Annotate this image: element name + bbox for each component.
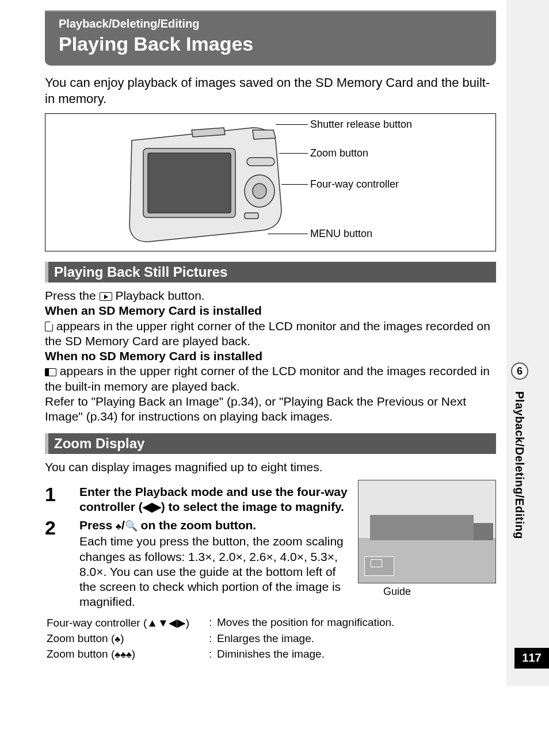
- zoomout-pre: Zoom button (: [47, 648, 115, 660]
- intro-text: You can enjoy playback of images saved o…: [45, 75, 496, 106]
- refer-text: Refer to "Playing Back an Image" (p.34),…: [45, 395, 466, 423]
- zoomout-post: ): [132, 648, 135, 660]
- zoom-figure: ▲ 🔍 2.0x ◀ ▶ ▼ Guide: [358, 480, 496, 598]
- page-title: Playing Back Images: [59, 33, 486, 55]
- internal-memory-icon: [45, 368, 56, 376]
- label-zoom: Zoom button: [310, 147, 368, 159]
- title-block: Playback/Deleting/Editing Playing Back I…: [45, 10, 496, 66]
- svg-rect-1: [148, 153, 231, 213]
- press-post: Playback button.: [112, 289, 205, 302]
- side-rail: [506, 0, 549, 686]
- nosd-heading: When no SD Memory Card is installed: [45, 349, 262, 362]
- svg-rect-5: [245, 213, 258, 219]
- step2-head: Press ♣/🔍 on the zoom button.: [79, 518, 351, 533]
- sd-text: appears in the upper right corner of the…: [45, 319, 490, 348]
- three-trees-icon: ♣♣♣: [115, 650, 132, 659]
- label-shutter: Shutter release button: [310, 119, 412, 131]
- step2-body: Each time you press the button, the zoom…: [79, 534, 344, 608]
- page: Playback/Deleting/Editing Playing Back I…: [0, 10, 506, 686]
- zoomin-post: ): [120, 632, 124, 644]
- fourway-desc: Moves the position for magnification.: [216, 616, 395, 631]
- table-row: Zoom button (♣♣♣) : Diminishes the image…: [46, 647, 395, 662]
- step2-post: on the zoom button.: [138, 518, 256, 532]
- single-tree-icon: ♣: [116, 521, 121, 531]
- single-tree-icon: ♣: [115, 634, 120, 644]
- playback-icon: [100, 292, 112, 301]
- step-number-1: 1: [45, 484, 79, 516]
- sd-heading: When an SD Memory Card is installed: [45, 304, 262, 317]
- section-body-still: Press the Playback button. When an SD Me…: [45, 288, 496, 424]
- section-heading-still: Playing Back Still Pictures: [45, 262, 496, 282]
- label-fourway: Four-way controller: [310, 178, 399, 190]
- zoom-intro: You can display images magnified up to e…: [45, 460, 496, 475]
- sd-card-icon: [45, 322, 53, 331]
- lcd-preview: ▲ 🔍 2.0x ◀ ▶ ▼: [358, 480, 496, 583]
- breadcrumb: Playback/Deleting/Editing: [59, 17, 486, 30]
- step2-pre: Press: [79, 518, 116, 532]
- svg-rect-9: [474, 523, 493, 540]
- magnify-icon: 🔍: [125, 520, 138, 532]
- guide-caption: Guide: [383, 586, 496, 598]
- table-row: Four-way controller (▲▼◀▶) : Moves the p…: [46, 616, 395, 631]
- section-heading-zoom: Zoom Display: [45, 433, 496, 454]
- svg-rect-4: [247, 158, 274, 166]
- chapter-badge: 6: [511, 362, 528, 380]
- page-number: 117: [514, 648, 549, 669]
- fourway-label: Four-way controller (▲▼◀▶): [46, 616, 207, 631]
- guide-rect: [364, 556, 394, 576]
- svg-point-3: [253, 184, 266, 198]
- zoomin-pre: Zoom button (: [47, 632, 115, 644]
- step-1: 1 Enter the Playback mode and use the fo…: [45, 484, 351, 516]
- camera-illustration: [109, 117, 293, 249]
- press-pre: Press the: [45, 289, 100, 302]
- camera-diagram: Shutter release button Zoom button Four-…: [45, 113, 496, 251]
- step-number-2: 2: [45, 518, 79, 610]
- step1-head: Enter the Playback mode and use the four…: [79, 484, 351, 515]
- controls-table: Four-way controller (▲▼◀▶) : Moves the p…: [45, 614, 396, 663]
- step-2: 2 Press ♣/🔍 on the zoom button. Each tim…: [45, 518, 351, 610]
- nosd-text: appears in the upper right corner of the…: [45, 364, 490, 392]
- zoomout-desc: Diminishes the image.: [216, 647, 395, 662]
- svg-rect-8: [370, 515, 474, 540]
- table-row: Zoom button (♣) : Enlarges the image.: [46, 632, 395, 646]
- zoomin-desc: Enlarges the image.: [216, 632, 395, 646]
- label-menu: MENU button: [310, 228, 372, 240]
- side-section-label: Playback/Deleting/Editing: [513, 391, 526, 539]
